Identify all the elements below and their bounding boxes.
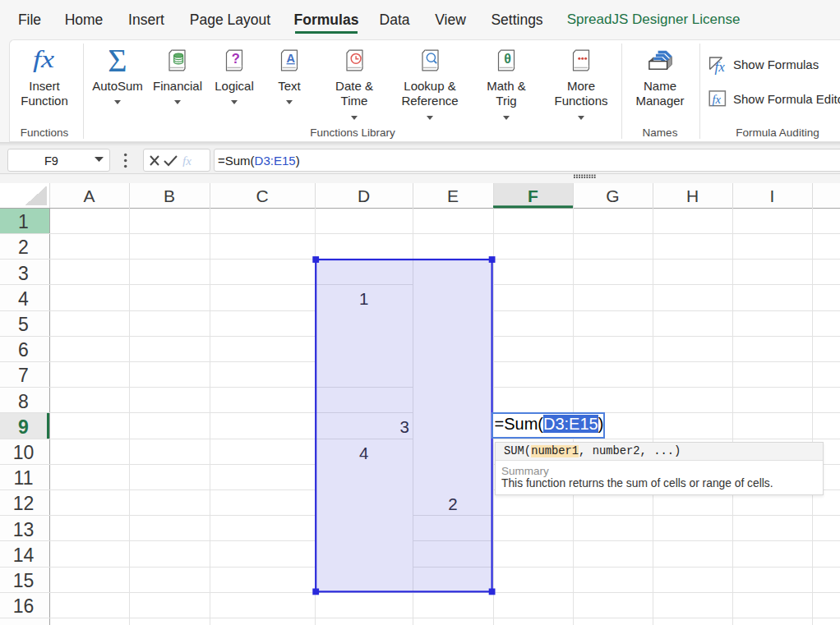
svg-text:14: 14 <box>13 545 35 566</box>
svg-text:I: I <box>770 186 775 205</box>
svg-text:fx: fx <box>33 46 54 72</box>
svg-text:13: 13 <box>13 519 35 540</box>
svg-text:fx: fx <box>715 59 726 75</box>
svg-text:G: G <box>606 186 619 205</box>
svg-text:12: 12 <box>13 493 35 514</box>
svg-text:fx: fx <box>182 154 192 167</box>
svg-text:A: A <box>286 52 295 65</box>
svg-text:2: 2 <box>18 237 29 258</box>
svg-text:1: 1 <box>18 211 29 232</box>
svg-text:B: B <box>164 186 175 205</box>
svg-text:Σ: Σ <box>108 42 127 79</box>
svg-text:8: 8 <box>18 391 29 412</box>
svg-text:A: A <box>83 186 95 205</box>
svg-text:9: 9 <box>18 416 29 438</box>
svg-text:3: 3 <box>18 263 29 284</box>
svg-text:E: E <box>447 186 459 205</box>
svg-text:7: 7 <box>18 365 29 386</box>
svg-text:10: 10 <box>13 442 35 463</box>
svg-text:4: 4 <box>18 288 29 310</box>
svg-text:C: C <box>256 186 268 205</box>
svg-text:F: F <box>528 186 538 205</box>
svg-text:5: 5 <box>18 314 29 335</box>
svg-text:11: 11 <box>14 467 34 489</box>
svg-text:6: 6 <box>18 339 29 361</box>
svg-text:θ: θ <box>504 52 511 66</box>
svg-text:fx: fx <box>713 93 722 106</box>
svg-text:?: ? <box>232 51 240 66</box>
svg-text:16: 16 <box>13 595 35 617</box>
svg-text:D: D <box>358 186 370 205</box>
svg-text:15: 15 <box>13 570 35 591</box>
svg-text:H: H <box>686 186 699 205</box>
